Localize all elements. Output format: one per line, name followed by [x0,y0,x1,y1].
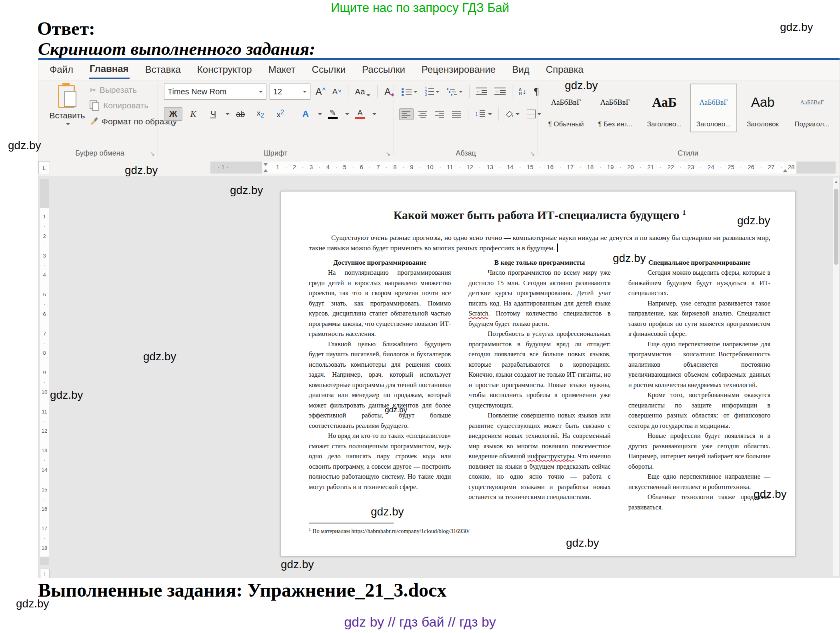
right-indent-marker[interactable] [783,169,788,172]
underline-button[interactable]: Ч [204,107,222,121]
font-group-label: Шрифт [158,149,393,158]
highlight-dropdown-icon[interactable] [345,113,349,115]
styles-group: АаБбВвГ¶ ОбычныйАаБбВвГ¶ Без инт...АаБЗа… [538,80,838,159]
font-color-button[interactable]: А [351,108,369,120]
gdz-watermark: gdz.by [50,389,83,401]
scrollbar-thumb[interactable] [834,189,838,265]
column-heading: В коде только программисты [468,259,610,267]
style-sample: АаБбВвГ [699,84,728,120]
align-center-button[interactable] [416,108,430,120]
footnote-reference: 1 [682,209,686,216]
align-right-button[interactable] [433,108,447,120]
increase-indent-button[interactable]: → [492,86,508,98]
column-paragraph: Потребность в услугах профессиональных п… [468,329,610,410]
paragraph-dialog-launcher-icon[interactable]: ↘ [530,150,535,157]
column-paragraph: Главной целью ближайшего будущего будет … [309,339,451,431]
ruler-margin-numbers: · 1 · [218,164,228,170]
font-dialog-launcher-icon[interactable]: ↘ [386,150,390,157]
gdz-watermark: gdz.by [143,350,176,363]
style-label: Заголовок [747,120,779,128]
shading-button[interactable] [503,108,522,120]
ribbon-tab-ссылки[interactable]: Ссылки [311,62,347,78]
copy-button[interactable]: Копировать [90,100,148,111]
clipboard-dialog-launcher-icon[interactable]: ↘ [150,150,155,157]
paste-dropdown-icon[interactable] [66,123,70,125]
vertical-ruler[interactable]: 1·2·3·4·5·6·7·8·9·10·11·12·13·14·15·16·1… [40,179,49,565]
style-label: ¶ Обычный [548,120,584,128]
ribbon-tab-конструктор[interactable]: Конструктор [196,62,253,78]
ribbon-tab-рассылки[interactable]: Рассылки [361,62,406,78]
style-card-2[interactable]: АаБЗаголово... [641,84,688,132]
tab-selector[interactable]: L [38,161,50,174]
page: Ищите нас по запросу ГДЗ Бай Ответ: Скри… [0,0,840,633]
style-card-1[interactable]: АаБбВвГ¶ Без инт... [592,84,639,132]
ribbon-tab-вид[interactable]: Вид [511,62,530,78]
gdz-watermark: gdz.by [230,184,263,197]
font-size-select[interactable]: 12 [270,84,310,100]
multilevel-list-button[interactable] [444,86,465,98]
style-label: Заголово... [647,120,682,128]
ribbon-tab-макет[interactable]: Макет [268,62,296,78]
sort-button[interactable]: АЯ↓ [516,86,529,98]
gdz-watermark: gdz.by [281,558,314,571]
style-label: ¶ Без инт... [598,120,632,128]
text-effects-button[interactable]: А [296,107,315,121]
decrease-indent-button[interactable]: ← [474,86,490,98]
strikethrough-button[interactable]: ab [231,108,250,120]
bullets-button[interactable] [399,86,420,98]
change-case-button[interactable]: Аа [353,86,373,97]
align-left-button[interactable] [399,108,414,120]
font-family-select[interactable]: Times New Rom [164,84,266,100]
ribbon-tab-главная[interactable]: Главная [89,61,130,79]
style-card-5[interactable]: АаБбВвГПодзагол... [788,84,836,132]
column-paragraph: Еще одно перспективное направление — иск… [628,471,770,492]
gdz-watermark: gdz.by [613,252,646,265]
numbering-button[interactable]: 123 [422,86,442,98]
styles-group-label: Стили [538,149,838,158]
hanging-indent-marker[interactable] [263,169,268,172]
highlight-button[interactable]: ✎ [324,108,342,120]
style-sample: Аab [751,84,775,120]
underline-dropdown-icon[interactable] [226,113,230,115]
column-paragraph: Кроме того, востребованными окажутся спе… [628,390,770,431]
first-line-indent-marker[interactable] [263,163,268,166]
ribbon: Вставить ✂ Вырезать Копировать Формат по… [38,80,840,160]
column-paragraph: Еще одно перспективное направление для п… [628,339,770,390]
gdz-watermark: gdz.by [780,21,813,34]
vertical-scrollbar[interactable]: ▲ [833,178,839,576]
format-painter-icon [90,116,98,127]
gdz-watermark: gdz.by [737,214,770,227]
paste-button[interactable]: Вставить [48,84,86,128]
scroll-up-icon[interactable]: ▲ [833,179,839,184]
document-intro: Существуют очень разные прогнозы, но одн… [309,232,770,253]
shrink-font-button[interactable]: А^ [330,86,343,97]
style-sample: АаБбВвГ [800,84,824,120]
justify-button[interactable] [450,108,464,120]
ribbon-tab-вставка[interactable]: Вставка [144,62,182,78]
bold-button[interactable]: Ж [164,107,182,121]
vertical-ruler-text-area: 1·2·3·4·5·6·7·8·9·10·11·12·13·14·15·16·1… [40,208,49,557]
font-color-dropdown-icon[interactable] [372,113,376,115]
font-color-bar [355,117,365,119]
grow-font-button[interactable]: А^ [314,86,327,98]
italic-button[interactable]: К [184,107,202,121]
column-paragraph: Появление совершенно новых языков или ра… [468,410,610,502]
copy-icon [92,102,99,111]
document-page[interactable]: Какой может быть работа ИТ-специалиста б… [280,191,796,557]
style-card-3[interactable]: АаБбВвГЗаголово... [690,84,737,132]
ribbon-tab-справка[interactable]: Справка [545,62,584,78]
horizontal-ruler[interactable]: L · 1 · 1·2·3·4·5·6·7·8·9·10·11·12·13·14… [38,159,840,176]
ribbon-tab-рецензирование[interactable]: Рецензирование [421,62,496,78]
bottom-title: Выполненные задания: Упражнение_21_3.doc… [38,579,446,601]
style-card-4[interactable]: АabЗаголовок [739,84,786,132]
text-effects-dropdown-icon[interactable] [318,113,322,115]
cut-button[interactable]: ✂ Вырезать [90,85,137,95]
highlighter-icon: ✎ [326,109,340,116]
superscript-button[interactable]: x2 [271,107,290,121]
chevron-down-icon [259,91,263,93]
clear-formatting-button[interactable]: А◆ [382,86,392,98]
line-spacing-button[interactable]: ↕ [472,108,494,120]
subscript-button[interactable]: x2 [251,107,270,121]
doc-column-1: Доступное программированиеНа популяризац… [309,259,451,512]
ribbon-tab-файл[interactable]: Файл [49,62,74,78]
